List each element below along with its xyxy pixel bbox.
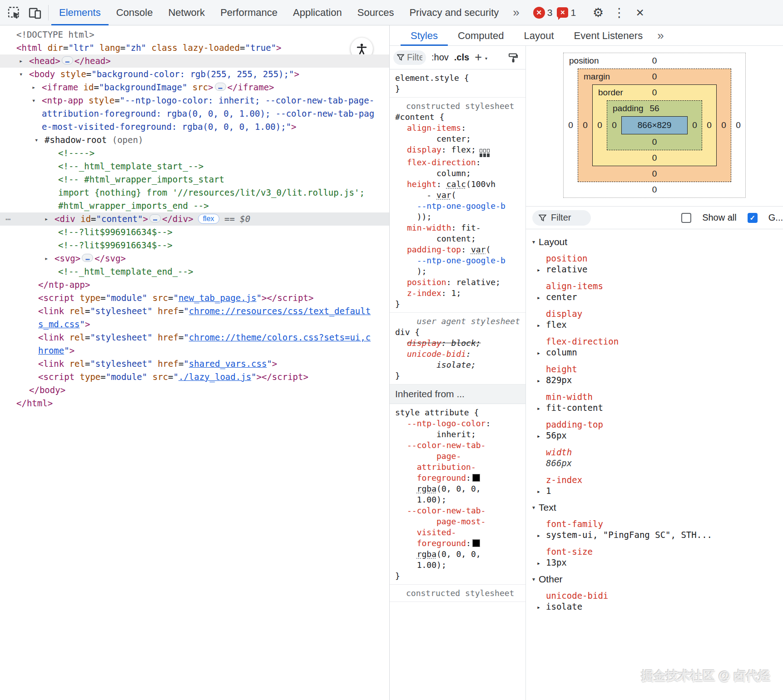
expand-closed-icon[interactable]: ▸ [45,252,48,265]
dom-row[interactable]: <link rel="stylesheet" href="shared_vars… [0,357,389,370]
dom-row[interactable]: <!--_html_template_start_--> [0,160,389,173]
tab-elements[interactable]: Elements [51,0,109,25]
style-rule[interactable]: style attribute {--ntp-logo-color: inher… [390,404,525,585]
css-var-link[interactable]: --ntp-one-google-b [417,201,505,211]
dom-row[interactable]: <!--?lit$996916634$--> [0,239,389,252]
box-model-padding-ring[interactable]: padding560866×82900 [607,100,702,150]
more-tabs-icon[interactable]: » [506,5,525,20]
box-model-diagram[interactable]: position00margin00border00padding560866×… [526,46,783,207]
dom-row[interactable]: </body> [0,384,389,397]
tab-console[interactable]: Console [109,0,161,25]
computed-group-text[interactable]: ▾Text [532,502,783,513]
sidebar-tab-computed[interactable]: Computed [448,25,514,46]
style-rule[interactable]: element.style {} [390,69,525,98]
style-rule[interactable]: user agent stylesheetdiv {display: block… [390,313,525,385]
dom-row[interactable]: ▸<svg>…</svg> [0,252,389,265]
expand-closed-icon[interactable]: ▸ [537,530,540,541]
dom-row[interactable]: <!-- #html_wrapper_imports_start import … [0,173,389,212]
color-swatch[interactable] [472,539,480,547]
style-rules-list[interactable]: element.style {}constructed stylesheet#c… [390,69,525,700]
expand-closed-icon[interactable]: ▸ [537,320,540,331]
dom-row[interactable]: </html> [0,397,389,410]
inline-expand-button[interactable]: … [149,214,161,222]
sidebar-more-tabs-icon[interactable]: » [653,29,668,43]
collapse-icon[interactable]: ▾ [532,576,535,582]
dom-row[interactable]: <script type="module" src="new_tab_page.… [0,291,389,305]
dom-row[interactable]: ⋯▸<div id="content">…</div>flex == $0 [0,212,389,226]
computed-property-row[interactable]: ▸padding-top56px [532,419,783,441]
box-model-margin-ring[interactable]: margin00border00padding560866×829000000 [578,69,731,182]
dom-row[interactable]: ▾<body style="background-color: rgb(255,… [0,68,389,81]
issues-badge[interactable]: ✕ 1 [557,7,576,18]
css-declaration[interactable]: unicode-bidi: isolate; [395,349,524,370]
dom-row[interactable]: <!--?lit$996916634$--> [0,226,389,239]
color-swatch[interactable] [472,474,480,482]
computed-property-row[interactable]: ▸font-familysystem-ui, "PingFang SC", ST… [532,518,783,540]
flex-editor-icon[interactable] [480,149,490,157]
dom-row[interactable]: ▾<ntp-app style="--ntp-logo-color: inher… [0,94,389,133]
tab-performance[interactable]: Performance [213,0,285,25]
resource-link[interactable]: ./lazy_load.js [178,372,251,382]
kebab-menu-icon[interactable]: ⋮ [609,0,629,25]
new-style-rule-button[interactable]: + [475,51,486,64]
dom-row[interactable]: <link rel="stylesheet" href="chrome://re… [0,305,389,331]
computed-filter-field[interactable]: Filter [532,210,591,226]
inline-expand-button[interactable]: … [215,83,226,91]
css-declaration[interactable]: z-index: 1; [395,288,524,299]
dom-row[interactable]: <!--_html_template_end_--> [0,265,389,278]
dom-row[interactable]: <link rel="stylesheet" href="chrome://th… [0,331,389,357]
expand-closed-icon[interactable]: ▸ [19,54,23,68]
css-declaration[interactable]: --color-new-tab- page- attribution- fore… [395,440,524,505]
dom-row[interactable]: <!DOCTYPE html> [0,28,389,41]
computed-property-row[interactable]: ▸displayflex [532,308,783,330]
css-declaration[interactable]: padding-top: var( --ntp-one-google-b ); [395,244,524,277]
computed-property-row[interactable]: ▸positionrelative [532,253,783,275]
expand-closed-icon[interactable]: ▸ [537,558,540,569]
styles-filter-field[interactable] [393,50,426,65]
inline-expand-button[interactable]: … [62,56,73,64]
dom-row[interactable]: ▸<iframe id="backgroundImage" src>…</ifr… [0,81,389,94]
expand-closed-icon[interactable]: ▸ [45,212,48,226]
styles-filter-input[interactable] [407,52,422,63]
computed-property-row[interactable]: width866px [532,447,783,468]
css-declaration[interactable]: display: flex; [395,144,524,157]
css-var-link[interactable]: --ntp-one-google-b [417,256,505,265]
sidebar-tab-layout[interactable]: Layout [514,25,564,46]
style-rule[interactable]: constructed stylesheet#content {align-it… [390,98,525,313]
toggle-pseudo-classes[interactable]: :hov [431,52,449,63]
expand-closed-icon[interactable]: ▸ [537,375,540,386]
collapse-icon[interactable]: ▾ [532,239,535,245]
computed-group-other[interactable]: ▾Other [532,574,783,585]
expand-closed-icon[interactable]: ▸ [32,81,35,94]
computed-property-row[interactable]: ▸align-itemscenter [532,281,783,302]
resource-link[interactable]: shared_vars.css [189,359,267,369]
computed-property-row[interactable]: ▸flex-directioncolumn [532,336,783,358]
css-declaration[interactable]: min-width: fit- content; [395,222,524,244]
console-errors-badge[interactable]: ✕ 3 [533,7,553,19]
rule-origin-link[interactable]: user agent stylesheet [395,316,524,327]
elements-dom-tree[interactable]: <!DOCTYPE html><html dir="ltr" lang="zh"… [0,25,390,700]
dom-row[interactable]: ▾#shadow-root (open) [0,133,389,147]
dom-row[interactable]: </ntp-app> [0,278,389,291]
css-declaration[interactable]: display: block; [395,338,524,349]
close-icon[interactable]: ✕ [629,0,650,25]
dom-row[interactable]: ▸<head>…</head> [0,54,389,68]
rule-origin-link[interactable]: constructed stylesheet [395,101,524,112]
css-declaration[interactable]: position: relative; [395,277,524,288]
rule-origin-link[interactable]: constructed stylesheet [395,588,524,599]
box-model-content[interactable]: 866×829 [621,116,688,134]
expand-closed-icon[interactable]: ▸ [537,265,540,276]
inline-expand-button[interactable]: … [82,254,93,262]
expand-closed-icon[interactable]: ▸ [537,348,540,359]
expand-open-icon[interactable]: ▾ [32,94,35,107]
tab-privacy-and-security[interactable]: Privacy and security [401,0,506,25]
toggle-element-classes[interactable]: .cls [454,52,469,63]
css-declaration[interactable]: --color-new-tab- page-most- visited- for… [395,505,524,571]
computed-property-row[interactable]: ▸min-widthfit-content [532,391,783,413]
expand-closed-icon[interactable]: ▸ [537,431,540,442]
resource-link[interactable]: new_tab_page.js [178,293,257,303]
computed-property-row[interactable]: ▸font-size13px [532,546,783,568]
expand-open-icon[interactable]: ▾ [19,68,23,81]
css-declaration[interactable]: flex-direction: column; [395,157,524,179]
box-model-position-ring[interactable]: position00margin00border00padding560866×… [563,53,746,198]
